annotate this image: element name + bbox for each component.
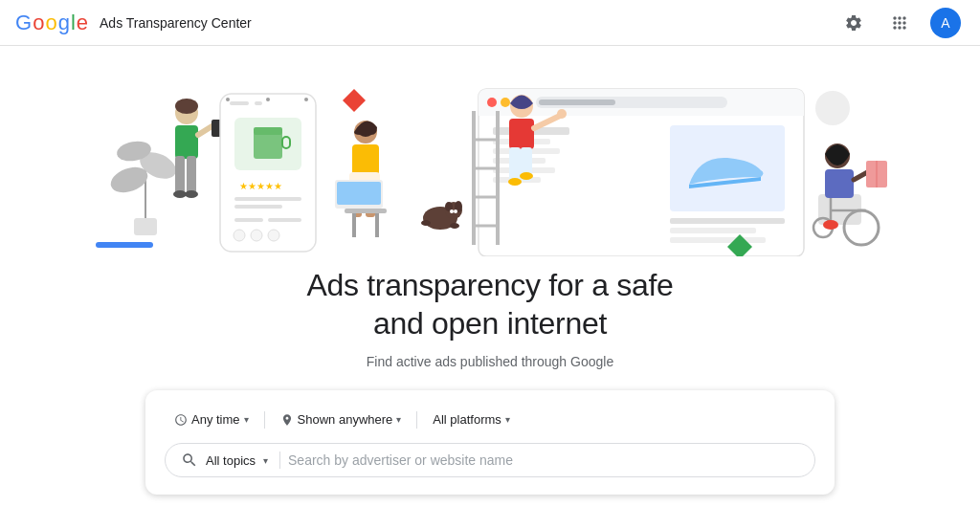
apps-button[interactable] [880,4,919,42]
svg-point-50 [421,220,431,226]
topics-label: All topics [206,453,256,468]
main-headline: Ads transparency for a safe and open int… [306,266,673,342]
svg-marker-33 [343,89,366,112]
svg-point-85 [557,109,567,119]
svg-rect-80 [509,147,521,181]
apps-icon [890,13,909,33]
svg-text:★★★★★: ★★★★★ [239,181,282,191]
svg-rect-40 [337,182,381,205]
header-icons: A [835,4,965,42]
topics-selector[interactable]: All topics ▾ [181,452,280,469]
logo-e: e [77,11,88,35]
svg-point-56 [487,98,497,107]
logo-o1: o [33,11,44,35]
svg-rect-43 [375,213,379,237]
filter-row: Any time ▾ Shown anywhere ▾ All platform… [165,408,815,431]
svg-rect-7 [175,125,198,159]
svg-point-96 [823,220,838,230]
platform-chevron-icon: ▾ [505,414,510,425]
avatar: A [930,8,961,38]
svg-point-11 [185,190,198,198]
svg-rect-22 [254,132,282,159]
hero-illustration: ★★★★★ [0,46,980,256]
svg-point-71 [815,91,850,125]
avatar-button[interactable]: A [926,4,965,42]
time-chevron-icon: ▾ [244,414,249,425]
svg-rect-79 [509,119,534,149]
logo-o2: o [45,11,56,35]
svg-point-31 [251,230,262,241]
svg-point-18 [226,98,230,101]
header-title: Ads Transparency Center [100,15,252,31]
svg-rect-68 [670,218,785,224]
svg-rect-92 [825,169,854,198]
svg-rect-9 [187,156,196,194]
location-icon [280,413,294,427]
search-input[interactable] [288,452,799,468]
svg-rect-70 [670,237,766,243]
main-subheadline: Find active ads published through Google [367,354,613,369]
clock-icon [174,413,188,427]
svg-point-10 [173,190,187,198]
logo-g2: g [58,11,70,35]
svg-rect-17 [255,101,262,105]
svg-point-51 [450,223,459,229]
header-left: Google Ads Transparency Center [15,11,252,35]
svg-rect-5 [96,242,153,248]
svg-point-20 [304,98,308,101]
svg-rect-8 [175,156,185,194]
time-filter-label: Any time [191,412,240,427]
logo-g: G [15,11,32,35]
search-icon [181,452,198,469]
svg-rect-0 [134,218,157,235]
google-logo: Google [15,11,88,35]
time-filter-button[interactable]: Any time ▾ [165,408,258,431]
svg-rect-15 [220,94,316,252]
settings-icon [844,13,863,33]
search-row: All topics ▾ [165,443,815,477]
svg-rect-69 [670,228,756,233]
platform-filter-button[interactable]: All platforms ▾ [423,408,520,431]
location-filter-button[interactable]: Shown anywhere ▾ [271,408,412,431]
logo-l: l [71,11,76,35]
svg-line-12 [198,125,213,135]
svg-point-82 [508,178,522,186]
svg-point-48 [454,209,457,213]
svg-rect-26 [234,197,301,201]
svg-rect-29 [268,218,301,222]
svg-rect-35 [352,144,379,175]
svg-point-30 [234,230,245,241]
platform-filter-label: All platforms [433,412,501,427]
svg-point-57 [501,98,510,107]
topics-chevron-icon: ▾ [263,455,268,466]
svg-rect-23 [254,127,282,135]
svg-point-19 [266,98,270,101]
svg-point-83 [520,172,533,180]
svg-point-32 [268,230,279,241]
svg-rect-41 [345,209,387,213]
header: Google Ads Transparency Center A [0,0,980,46]
illustration-svg: ★★★★★ [0,46,980,256]
main-content: Ads transparency for a safe and open int… [0,256,980,495]
svg-rect-60 [539,99,615,105]
location-filter-label: Shown anywhere [298,412,393,427]
filter-divider-2 [416,411,417,429]
location-chevron-icon: ▾ [396,414,401,425]
svg-rect-27 [234,205,282,209]
search-card: Any time ▾ Shown anywhere ▾ All platform… [145,390,835,495]
svg-rect-16 [230,101,249,105]
svg-rect-42 [352,213,356,237]
svg-rect-28 [234,218,263,222]
svg-point-14 [175,99,198,114]
settings-button[interactable] [835,4,873,42]
filter-divider-1 [264,411,265,429]
svg-point-49 [450,209,454,213]
